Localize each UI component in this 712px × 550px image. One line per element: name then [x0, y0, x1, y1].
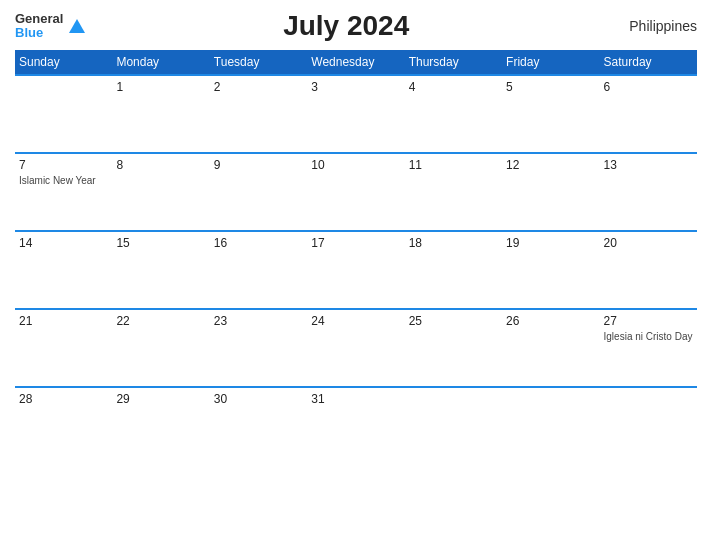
day-number: 21: [19, 314, 108, 328]
calendar-cell: 23: [210, 309, 307, 387]
calendar-cell: 28: [15, 387, 112, 465]
calendar-cell: 22: [112, 309, 209, 387]
day-number: 20: [604, 236, 693, 250]
logo-general: General: [15, 12, 63, 26]
weekday-header-sunday: Sunday: [15, 50, 112, 75]
day-number: 26: [506, 314, 595, 328]
day-number: 16: [214, 236, 303, 250]
day-number: 27: [604, 314, 693, 328]
calendar-cell: 24: [307, 309, 404, 387]
calendar-cell: 30: [210, 387, 307, 465]
calendar-cell: 8: [112, 153, 209, 231]
calendar-cell: 14: [15, 231, 112, 309]
day-number: 22: [116, 314, 205, 328]
calendar-title: July 2024: [85, 10, 607, 42]
calendar-cell: [405, 387, 502, 465]
calendar-week-row: 28293031: [15, 387, 697, 465]
calendar-cell: 2: [210, 75, 307, 153]
day-number: 30: [214, 392, 303, 406]
event-label: Islamic New Year: [19, 175, 96, 186]
weekday-header-thursday: Thursday: [405, 50, 502, 75]
calendar-cell: 1: [112, 75, 209, 153]
weekday-header-wednesday: Wednesday: [307, 50, 404, 75]
day-number: 11: [409, 158, 498, 172]
day-number: 5: [506, 80, 595, 94]
day-number: 8: [116, 158, 205, 172]
calendar-cell: 6: [600, 75, 697, 153]
calendar-cell: 10: [307, 153, 404, 231]
day-number: 29: [116, 392, 205, 406]
calendar-cell: 25: [405, 309, 502, 387]
calendar-cell: 4: [405, 75, 502, 153]
day-number: 9: [214, 158, 303, 172]
logo-blue: Blue: [15, 26, 63, 40]
calendar-cell: 29: [112, 387, 209, 465]
day-number: 1: [116, 80, 205, 94]
day-number: 7: [19, 158, 108, 172]
calendar-cell: 3: [307, 75, 404, 153]
calendar-cell: 13: [600, 153, 697, 231]
day-number: 31: [311, 392, 400, 406]
day-number: 15: [116, 236, 205, 250]
day-number: 25: [409, 314, 498, 328]
calendar-cell: 7Islamic New Year: [15, 153, 112, 231]
day-number: 12: [506, 158, 595, 172]
calendar-table: SundayMondayTuesdayWednesdayThursdayFrid…: [15, 50, 697, 465]
day-number: 4: [409, 80, 498, 94]
weekday-header-monday: Monday: [112, 50, 209, 75]
day-number: 24: [311, 314, 400, 328]
day-number: 3: [311, 80, 400, 94]
calendar-week-row: 14151617181920: [15, 231, 697, 309]
day-number: 14: [19, 236, 108, 250]
event-label: Iglesia ni Cristo Day: [604, 331, 693, 342]
weekday-header-tuesday: Tuesday: [210, 50, 307, 75]
day-number: 28: [19, 392, 108, 406]
day-number: 23: [214, 314, 303, 328]
calendar-cell: 20: [600, 231, 697, 309]
calendar-cell: 18: [405, 231, 502, 309]
calendar-cell: 21: [15, 309, 112, 387]
calendar-page: General Blue July 2024 Philippines Sunda…: [0, 0, 712, 550]
logo: General Blue: [15, 12, 85, 41]
day-number: 19: [506, 236, 595, 250]
calendar-week-row: 21222324252627Iglesia ni Cristo Day: [15, 309, 697, 387]
calendar-cell: 11: [405, 153, 502, 231]
weekday-header-row: SundayMondayTuesdayWednesdayThursdayFrid…: [15, 50, 697, 75]
calendar-cell: [502, 387, 599, 465]
day-number: 6: [604, 80, 693, 94]
calendar-cell: 9: [210, 153, 307, 231]
calendar-header: General Blue July 2024 Philippines: [15, 10, 697, 42]
calendar-cell: 31: [307, 387, 404, 465]
calendar-cell: 17: [307, 231, 404, 309]
weekday-header-friday: Friday: [502, 50, 599, 75]
calendar-cell: [15, 75, 112, 153]
day-number: 2: [214, 80, 303, 94]
calendar-cell: 15: [112, 231, 209, 309]
calendar-cell: 12: [502, 153, 599, 231]
day-number: 10: [311, 158, 400, 172]
weekday-header-saturday: Saturday: [600, 50, 697, 75]
calendar-cell: 19: [502, 231, 599, 309]
calendar-cell: 5: [502, 75, 599, 153]
calendar-cell: 27Iglesia ni Cristo Day: [600, 309, 697, 387]
calendar-week-row: 123456: [15, 75, 697, 153]
day-number: 13: [604, 158, 693, 172]
calendar-cell: 26: [502, 309, 599, 387]
calendar-cell: [600, 387, 697, 465]
day-number: 17: [311, 236, 400, 250]
calendar-cell: 16: [210, 231, 307, 309]
country-label: Philippines: [607, 18, 697, 34]
calendar-week-row: 7Islamic New Year8910111213: [15, 153, 697, 231]
logo-triangle-icon: [69, 19, 85, 33]
day-number: 18: [409, 236, 498, 250]
logo-text-block: General Blue: [15, 12, 63, 41]
